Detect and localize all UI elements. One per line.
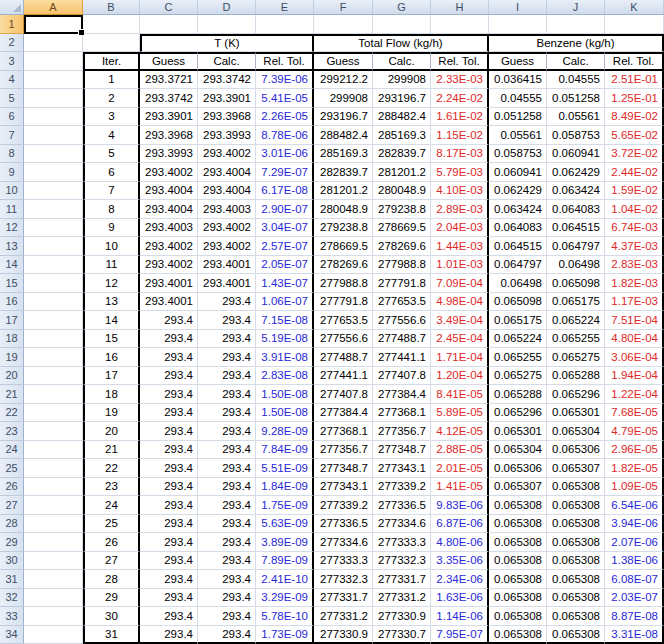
cell-C11[interactable]: 293.4004 (140, 200, 198, 219)
cell-K23[interactable]: 4.79E-05 (605, 422, 664, 441)
cell-F8[interactable]: 285169.3 (314, 145, 373, 164)
cell-F17[interactable]: 277653.5 (314, 311, 373, 330)
cell-B21[interactable]: 18 (83, 385, 140, 404)
cell-I8[interactable]: 0.058753 (489, 145, 547, 164)
cell-G25[interactable]: 277343.1 (373, 459, 431, 478)
cell-E27[interactable]: 1.75E-09 (256, 496, 314, 515)
cell-E24[interactable]: 7.84E-09 (256, 441, 314, 460)
cell-E28[interactable]: 5.63E-09 (256, 515, 314, 534)
cell-H6[interactable]: 1.61E-02 (431, 108, 489, 127)
cell-C21[interactable]: 293.4 (140, 385, 198, 404)
row-header-13[interactable]: 13 (0, 237, 24, 256)
cell-K28[interactable]: 3.94E-06 (605, 515, 664, 534)
cell-H5[interactable]: 2.24E-02 (431, 89, 489, 108)
cell-E7[interactable]: 8.78E-06 (256, 126, 314, 145)
cell-J9[interactable]: 0.062429 (547, 163, 605, 182)
cell-E5[interactable]: 5.41E-05 (256, 89, 314, 108)
column-header-I[interactable]: I (489, 0, 547, 15)
cell-C12[interactable]: 293.4003 (140, 219, 198, 238)
cell-C17[interactable]: 293.4 (140, 311, 198, 330)
row-header-17[interactable]: 17 (0, 311, 24, 330)
cell-I6[interactable]: 0.051258 (489, 108, 547, 127)
cell-I22[interactable]: 0.065296 (489, 404, 547, 423)
row-header-15[interactable]: 15 (0, 274, 24, 293)
cell-J1[interactable] (547, 15, 605, 34)
row-header-4[interactable]: 4 (0, 71, 24, 90)
cell-G16[interactable]: 277653.5 (373, 293, 431, 312)
cell-G7[interactable]: 285169.3 (373, 126, 431, 145)
cell-C24[interactable]: 293.4 (140, 441, 198, 460)
cell-E12[interactable]: 3.04E-07 (256, 219, 314, 238)
cell-C30[interactable]: 293.4 (140, 552, 198, 571)
cell-E10[interactable]: 6.17E-08 (256, 182, 314, 201)
cell-I19[interactable]: 0.065255 (489, 348, 547, 367)
cell-F14[interactable]: 278269.6 (314, 256, 373, 275)
column-header-D[interactable]: D (198, 0, 256, 15)
cell-A13[interactable] (24, 237, 83, 256)
group-header-t-k[interactable]: T (K) (140, 34, 314, 53)
cell-A17[interactable] (24, 311, 83, 330)
select-all-corner[interactable] (0, 0, 24, 15)
cell-H31[interactable]: 2.34E-06 (431, 570, 489, 589)
row-header-30[interactable]: 30 (0, 552, 24, 571)
row-header-12[interactable]: 12 (0, 219, 24, 238)
cell-G30[interactable]: 277332.3 (373, 552, 431, 571)
cell-G23[interactable]: 277356.7 (373, 422, 431, 441)
cell-I1[interactable] (489, 15, 547, 34)
row-header-32[interactable]: 32 (0, 589, 24, 608)
cell-E26[interactable]: 1.84E-09 (256, 478, 314, 497)
cell-J7[interactable]: 0.058753 (547, 126, 605, 145)
cell-B11[interactable]: 8 (83, 200, 140, 219)
cell-H26[interactable]: 1.41E-05 (431, 478, 489, 497)
cell-B34[interactable]: 31 (83, 626, 140, 644)
cell-K1[interactable] (605, 15, 664, 34)
cell-I27[interactable]: 0.065308 (489, 496, 547, 515)
cell-G32[interactable]: 277331.2 (373, 589, 431, 608)
cell-I23[interactable]: 0.065301 (489, 422, 547, 441)
cell-B18[interactable]: 15 (83, 330, 140, 349)
cell-I33[interactable]: 0.065308 (489, 607, 547, 626)
row-header-25[interactable]: 25 (0, 459, 24, 478)
cell-K26[interactable]: 1.09E-05 (605, 478, 664, 497)
cell-J17[interactable]: 0.065224 (547, 311, 605, 330)
row-header-7[interactable]: 7 (0, 126, 24, 145)
cell-F31[interactable]: 277332.3 (314, 570, 373, 589)
cell-H32[interactable]: 1.63E-06 (431, 589, 489, 608)
row-header-9[interactable]: 9 (0, 163, 24, 182)
cell-K31[interactable]: 6.08E-07 (605, 570, 664, 589)
cell-G17[interactable]: 277556.6 (373, 311, 431, 330)
cell-C10[interactable]: 293.4004 (140, 182, 198, 201)
column-header-E[interactable]: E (256, 0, 314, 15)
cell-B19[interactable]: 16 (83, 348, 140, 367)
cell-B29[interactable]: 26 (83, 533, 140, 552)
cell-F21[interactable]: 277407.8 (314, 385, 373, 404)
cell-I25[interactable]: 0.065306 (489, 459, 547, 478)
cell-J14[interactable]: 0.06498 (547, 256, 605, 275)
cell-K18[interactable]: 4.80E-04 (605, 330, 664, 349)
cell-H19[interactable]: 1.71E-04 (431, 348, 489, 367)
cell-H24[interactable]: 2.88E-05 (431, 441, 489, 460)
cell-D33[interactable]: 293.4 (198, 607, 256, 626)
cell-G21[interactable]: 277384.4 (373, 385, 431, 404)
header-benzene-guess[interactable]: Guess (489, 52, 547, 71)
cell-B32[interactable]: 29 (83, 589, 140, 608)
cell-K20[interactable]: 1.94E-04 (605, 367, 664, 386)
row-header-24[interactable]: 24 (0, 441, 24, 460)
cell-I21[interactable]: 0.065288 (489, 385, 547, 404)
cell-F1[interactable] (314, 15, 373, 34)
column-header-H[interactable]: H (431, 0, 489, 15)
cell-A30[interactable] (24, 552, 83, 571)
cell-D7[interactable]: 293.3993 (198, 126, 256, 145)
cell-A31[interactable] (24, 570, 83, 589)
cell-J30[interactable]: 0.065308 (547, 552, 605, 571)
cell-C26[interactable]: 293.4 (140, 478, 198, 497)
cell-B27[interactable]: 24 (83, 496, 140, 515)
cell-D8[interactable]: 293.4002 (198, 145, 256, 164)
cell-F13[interactable]: 278669.5 (314, 237, 373, 256)
cell-A18[interactable] (24, 330, 83, 349)
cell-D13[interactable]: 293.4002 (198, 237, 256, 256)
column-header-J[interactable]: J (547, 0, 605, 15)
cell-K15[interactable]: 1.82E-03 (605, 274, 664, 293)
cell-B2[interactable] (83, 34, 140, 53)
cell-I18[interactable]: 0.065224 (489, 330, 547, 349)
